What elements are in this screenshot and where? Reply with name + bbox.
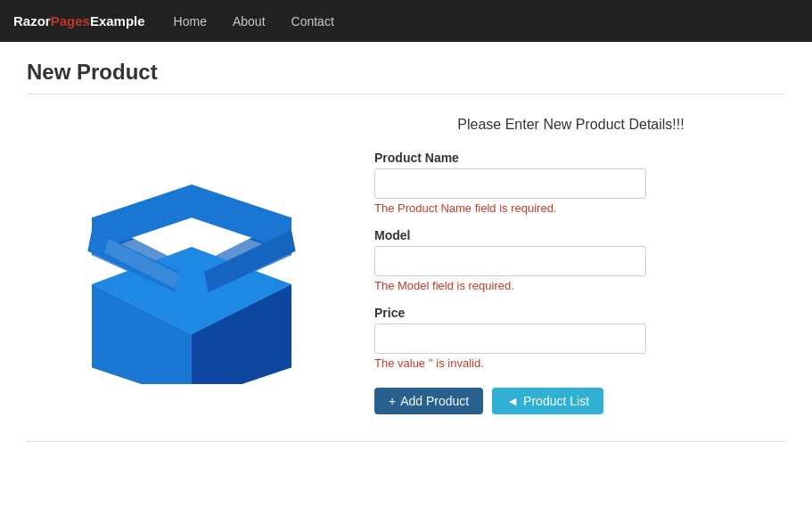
input-product-name[interactable] — [374, 168, 646, 199]
error-model: The Model field is required. — [374, 279, 767, 292]
page-title: New Product — [27, 60, 785, 94]
box-illustration — [27, 117, 357, 402]
error-price: The value '' is invalid. — [374, 356, 767, 370]
bottom-divider — [27, 441, 785, 442]
label-product-name: Product Name — [374, 151, 767, 165]
form-group-price: Price The value '' is invalid. — [374, 306, 767, 370]
page-container: New Product — [0, 42, 812, 460]
form-group-model: Model The Model field is required. — [374, 228, 767, 292]
back-icon: ◄ — [506, 394, 519, 408]
label-model: Model — [374, 228, 767, 242]
box-icon — [67, 135, 316, 384]
form-area: Please Enter New Product Details!!! Prod… — [357, 117, 785, 414]
input-price[interactable] — [374, 323, 646, 354]
nav-item-about[interactable]: About — [222, 10, 276, 33]
form-group-product-name: Product Name The Product Name field is r… — [374, 151, 767, 215]
button-row: + Add Product ◄ Product List — [374, 388, 767, 414]
plus-icon: + — [389, 394, 396, 408]
navbar: RazorPagesExample Home About Contact — [0, 0, 812, 42]
form-subtitle: Please Enter New Product Details!!! — [374, 117, 767, 133]
navbar-brand[interactable]: RazorPagesExample — [13, 13, 145, 29]
navbar-nav: Home About Contact — [163, 14, 345, 29]
label-price: Price — [374, 306, 767, 320]
main-content: Please Enter New Product Details!!! Prod… — [27, 108, 785, 423]
error-product-name: The Product Name field is required. — [374, 201, 767, 215]
nav-item-contact[interactable]: Contact — [281, 10, 345, 33]
product-list-label: Product List — [523, 394, 589, 408]
nav-item-home[interactable]: Home — [163, 10, 217, 33]
product-list-button[interactable]: ◄ Product List — [492, 388, 603, 414]
add-product-button[interactable]: + Add Product — [374, 388, 483, 414]
add-product-label: Add Product — [400, 394, 469, 408]
input-model[interactable] — [374, 246, 646, 276]
